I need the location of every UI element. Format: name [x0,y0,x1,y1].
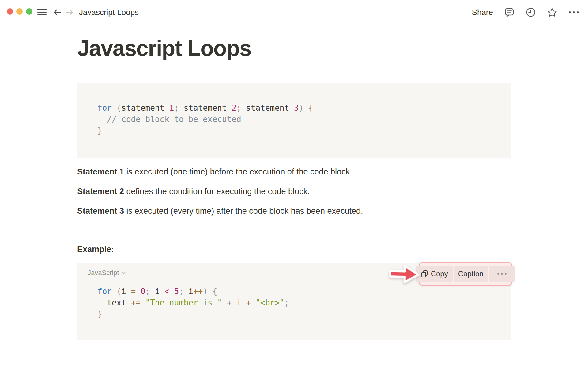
block-more-button[interactable] [489,266,515,282]
sidebar-toggle-button[interactable] [37,9,47,16]
forward-button[interactable] [65,8,74,17]
topbar-actions: Share [472,0,579,25]
ellipsis-icon [493,273,511,275]
copy-button-label: Copy [431,270,448,278]
breadcrumb[interactable]: Javascript Loops [79,0,139,25]
code-block-hover-toolbar-highlight: Copy Caption [419,262,512,286]
favorite-button[interactable] [547,7,557,17]
zoom-window-button[interactable] [26,8,32,15]
window-top-bar: Javascript Loops Share [0,0,588,25]
hamburger-icon [37,9,47,15]
copy-button[interactable]: Copy [416,266,453,282]
star-icon [547,7,557,17]
code-text: for (statement 1; statement 2; statement… [97,102,313,136]
minimize-window-button[interactable] [16,8,23,15]
share-button[interactable]: Share [472,8,493,17]
more-options-button[interactable] [568,7,579,17]
red-arrow-icon [388,262,421,286]
clock-icon [526,7,536,17]
language-selector[interactable]: JavaScript [88,269,126,277]
statement-3-text: is executed (every time) after the code … [124,206,363,216]
forward-arrow-icon [65,8,74,17]
chevron-down-icon [121,270,126,275]
paragraph-statement-3: Statement 3 is executed (every time) aft… [77,206,363,216]
caption-button[interactable]: Caption [454,266,488,282]
back-button[interactable] [53,8,62,17]
page-title: Javascript Loops [77,36,251,61]
example-label: Example: [77,245,114,254]
comments-button[interactable] [504,7,514,17]
code-text: for (i = 0; i < 5; i++) { text += "The n… [97,286,289,320]
paragraph-statement-1: Statement 1 is executed (one time) befor… [77,167,352,177]
language-label: JavaScript [88,269,119,277]
ellipsis-icon [569,11,579,13]
statement-3-bold: Statement 3 [77,206,124,216]
copy-icon [420,270,428,278]
caption-button-label: Caption [458,270,484,278]
statement-1-bold: Statement 1 [77,167,124,176]
paragraph-statement-2: Statement 2 defines the condition for ex… [77,186,310,197]
code-block-syntax[interactable]: for (statement 1; statement 2; statement… [77,83,511,158]
back-arrow-icon [53,8,62,17]
statement-2-bold: Statement 2 [77,187,124,196]
statement-1-text: is executed (one time) before the execut… [124,167,352,176]
comment-icon [504,7,514,17]
updates-button[interactable] [526,7,536,17]
statement-2-text: defines the condition for executing the … [124,187,310,196]
close-window-button[interactable] [7,8,13,15]
